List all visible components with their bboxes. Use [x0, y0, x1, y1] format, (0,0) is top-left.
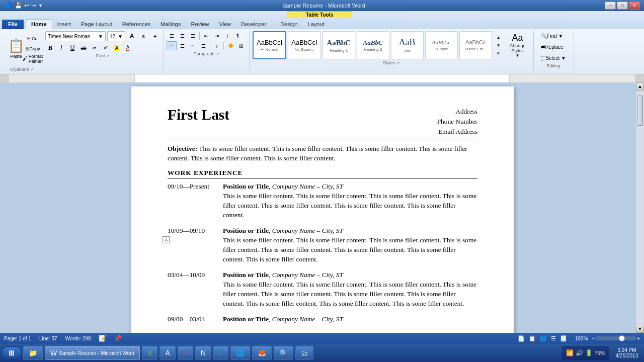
change-styles-button[interactable]: Aa Change Styles ▼ [505, 32, 530, 59]
style-no-spacing[interactable]: AaBbCcI No Spaci... [288, 31, 320, 59]
zoom-slider[interactable]: − + [592, 336, 640, 341]
battery-icon[interactable]: 🔋 [585, 349, 593, 356]
tab-developer[interactable]: Developer [236, 20, 271, 29]
scrollbar-thumb[interactable] [637, 96, 643, 126]
quick-undo[interactable]: ↩ [24, 2, 29, 9]
tab-view[interactable]: View [214, 20, 236, 29]
minimize-button[interactable]: ─ [605, 2, 616, 10]
align-right-button[interactable]: ≡ [188, 41, 198, 50]
find-button[interactable]: 🔍 Find ▼ [537, 31, 567, 40]
zoom-out-icon[interactable]: − [592, 336, 595, 341]
clear-format-button[interactable]: ✦ [150, 32, 160, 41]
taskbar-item-firefox[interactable]: 🦊 [252, 346, 272, 360]
maximize-button[interactable]: □ [617, 2, 628, 10]
justify-button[interactable]: ☰ [198, 41, 208, 50]
style-subtitle[interactable]: AaBbCc Subtitle [425, 31, 458, 59]
style-title[interactable]: AaB Title [391, 31, 424, 59]
spell-check-icon[interactable]: 📝 [99, 335, 106, 342]
copy-button[interactable]: ⎘Copy [28, 44, 38, 53]
style-scroll-up[interactable]: ▲ [494, 34, 504, 41]
vertical-scrollbar[interactable]: ▲ ▼ [636, 82, 644, 333]
taskbar-item-search[interactable]: 🔍 [274, 346, 293, 360]
view-draft-icon[interactable]: 📃 [560, 335, 567, 342]
resume-name: First Last [168, 107, 229, 123]
multilevel-button[interactable]: ☰ [188, 31, 198, 40]
italic-button[interactable]: I [56, 43, 66, 52]
table-move-handle[interactable]: ⊹ [163, 236, 170, 243]
clipboard-expand-icon[interactable]: ↗ [30, 67, 34, 72]
bullets-button[interactable]: ☰ [167, 31, 177, 40]
quick-redo[interactable]: ↪ [31, 2, 36, 9]
tab-home[interactable]: Home [26, 19, 52, 29]
tab-review[interactable]: Review [186, 20, 214, 29]
sort-button[interactable]: ↕ [222, 31, 232, 40]
view-fullscreen-icon[interactable]: 📋 [529, 335, 536, 342]
tab-design[interactable]: Design [275, 20, 302, 29]
tab-mailings[interactable]: Mailings [155, 20, 186, 29]
tab-layout[interactable]: Layout [303, 20, 330, 29]
style-subtle-em[interactable]: AaBbCc Subtle Em... [459, 31, 492, 59]
tab-page-layout[interactable]: Page Layout [76, 20, 117, 29]
format-painter-button[interactable]: 🖌Format Painter [28, 54, 38, 63]
taskbar-item-explorer[interactable]: 📁 [23, 346, 43, 360]
scroll-up-button[interactable]: ▲ [636, 82, 644, 90]
taskbar-item-ie[interactable]: e [213, 346, 228, 360]
zoom-track[interactable] [596, 336, 636, 340]
taskbar-item-chrome[interactable]: 🌐 [230, 346, 250, 360]
font-size-combo[interactable]: 12 ▼ [107, 31, 125, 41]
view-web-icon[interactable]: 🌐 [540, 335, 547, 342]
scroll-down-button[interactable]: ▼ [636, 325, 644, 333]
subscript-button[interactable]: x₂ [90, 43, 100, 52]
replace-button[interactable]: ⇄ Replace [537, 42, 567, 51]
quick-save[interactable]: 💾 [15, 2, 22, 9]
underline-button[interactable]: U [67, 43, 77, 52]
style-scroll-down[interactable]: ▼ [494, 42, 504, 49]
shrink-font-button[interactable]: a [138, 32, 148, 41]
style-heading2[interactable]: AaBbC Heading 2 [357, 31, 389, 59]
taskbar-item-onenote[interactable]: N [195, 346, 211, 360]
strikethrough-button[interactable]: ab [78, 43, 89, 52]
show-hide-button[interactable]: ¶ [233, 31, 243, 40]
view-print-icon[interactable]: 📄 [518, 335, 525, 342]
style-expand[interactable]: ≡ [494, 50, 504, 57]
font-expand-icon[interactable]: ↗ [106, 54, 110, 58]
font-name-combo[interactable]: Times New Roman ▼ [45, 31, 106, 41]
align-center-button[interactable]: ☰ [177, 41, 187, 50]
cut-button[interactable]: ✂Cut [28, 34, 38, 43]
volume-icon[interactable]: 🔊 [576, 349, 583, 356]
tab-references[interactable]: References [117, 20, 155, 29]
view-outline-icon[interactable]: ☰ [551, 335, 556, 342]
increase-indent-button[interactable]: ⇥ [212, 31, 222, 40]
select-button[interactable]: ⬚ Select ▼ [537, 53, 569, 62]
bold-button[interactable]: B [45, 43, 55, 52]
network-icon[interactable]: 📶 [566, 349, 574, 356]
taskbar-item-files[interactable]: 🗂 [295, 346, 313, 360]
scrollbar-track[interactable] [636, 90, 643, 325]
line-spacing-button[interactable]: ↕ [212, 41, 222, 50]
styles-expand-icon[interactable]: ↗ [396, 61, 400, 65]
grow-font-button[interactable]: A [127, 32, 137, 41]
style-normal[interactable]: AaBbCcI ↵ Normal [253, 31, 286, 59]
track-changes-icon[interactable]: 📌 [114, 335, 122, 342]
borders-button[interactable]: ⊞ [236, 41, 246, 50]
font-color-button[interactable]: A [123, 43, 133, 52]
taskbar-item-access[interactable]: A [159, 346, 175, 360]
numbering-button[interactable]: ☰ [177, 31, 187, 40]
taskbar-item-excel[interactable]: X [142, 346, 157, 360]
close-button[interactable]: ✕ [629, 2, 640, 10]
decrease-indent-button[interactable]: ⇤ [201, 31, 211, 40]
taskbar-item-word[interactable]: W Sample Resume - Microsoft Word [45, 346, 140, 360]
taskbar-item-publisher[interactable]: P [178, 346, 193, 360]
paragraph-expand-icon[interactable]: ↗ [216, 52, 219, 56]
start-button[interactable]: ⊞ [2, 346, 21, 359]
zoom-thumb[interactable] [619, 335, 625, 341]
text-highlight-button[interactable]: A [112, 43, 122, 52]
shading-button[interactable]: 🔶 [225, 41, 235, 50]
tab-file[interactable]: File [2, 20, 24, 29]
quick-dropdown[interactable]: ▼ [38, 3, 43, 8]
align-left-button[interactable]: ≡ [167, 41, 177, 50]
tab-insert[interactable]: Insert [52, 20, 76, 29]
style-heading1[interactable]: AaBbC Heading 1 [323, 31, 355, 59]
superscript-button[interactable]: x² [101, 43, 111, 52]
zoom-in-icon[interactable]: + [637, 336, 640, 341]
